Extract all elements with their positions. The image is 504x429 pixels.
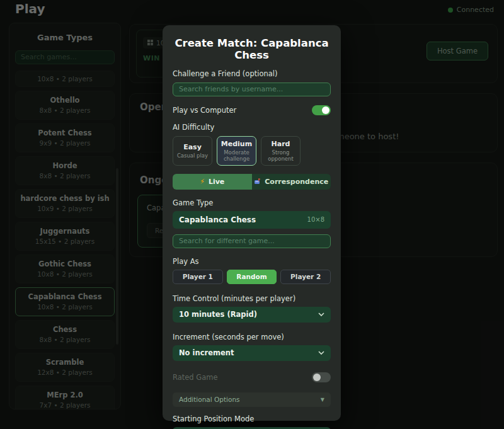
lightning-icon: ⚡: [200, 178, 205, 186]
difficulty-desc: Moderate challenge: [219, 149, 254, 162]
challenge-friend-label: Challenge a Friend (optional): [173, 69, 331, 78]
increment-label: Increment (seconds per move): [173, 333, 331, 341]
create-match-modal: Create Match: Capablanca Chess Challenge…: [163, 25, 341, 421]
increment-select[interactable]: No increment: [173, 345, 331, 361]
difficulty-group: Easy Casual play Medium Moderate challen…: [173, 136, 331, 166]
mode-tabbar: ⚡ Live Correspondence: [173, 174, 331, 190]
different-game-search-input[interactable]: [173, 234, 331, 248]
difficulty-desc: Strong opponent: [263, 149, 298, 162]
difficulty-hard-button[interactable]: Hard Strong opponent: [261, 136, 301, 166]
difficulty-easy-button[interactable]: Easy Casual play: [173, 136, 212, 166]
chevron-down-icon: [318, 312, 324, 316]
additional-options-expander[interactable]: Additional Options ▼: [173, 392, 331, 407]
play-as-player1-button[interactable]: Player 1: [173, 270, 223, 284]
tab-live[interactable]: ⚡ Live: [173, 174, 252, 190]
mailbox-icon: [254, 178, 261, 185]
selected-game-size: 10×8: [307, 216, 324, 223]
toggle-knob: [322, 106, 329, 114]
play-as-group: Player 1 Random Player 2: [173, 270, 331, 284]
difficulty-name: Medium: [221, 140, 252, 148]
play-as-label: Play As: [173, 257, 331, 266]
play-vs-computer-toggle[interactable]: [312, 105, 331, 115]
tab-live-label: Live: [209, 178, 224, 186]
tab-correspondence[interactable]: Correspondence: [252, 174, 331, 190]
ai-difficulty-label: AI Difficulty: [173, 123, 331, 132]
rated-game-label: Rated Game: [173, 373, 218, 382]
triangle-down-icon: ▼: [321, 397, 324, 403]
difficulty-desc: Casual play: [177, 152, 208, 159]
play-as-player2-button[interactable]: Player 2: [280, 270, 331, 284]
modal-title: Create Match: Capablanca Chess: [173, 37, 331, 61]
difficulty-medium-button[interactable]: Medium Moderate challenge: [217, 136, 256, 166]
time-control-select[interactable]: 10 minutes (Rapid): [173, 307, 331, 323]
selected-game-card[interactable]: Capablanca Chess 10×8: [173, 211, 331, 229]
play-as-random-button[interactable]: Random: [227, 270, 277, 284]
tab-correspondence-label: Correspondence: [265, 178, 328, 186]
chevron-down-icon: [318, 351, 324, 355]
difficulty-name: Hard: [272, 140, 290, 148]
time-control-value: 10 minutes (Rapid): [179, 310, 257, 319]
toggle-knob: [313, 374, 321, 381]
time-control-label: Time Control (minutes per player): [173, 294, 331, 303]
rated-game-toggle[interactable]: [312, 372, 331, 382]
play-vs-computer-label: Play vs Computer: [173, 106, 236, 115]
selected-game-name: Capablanca Chess: [179, 215, 256, 224]
additional-options-label: Additional Options: [179, 396, 240, 403]
game-type-label: Game Type: [173, 198, 331, 207]
starting-position-label: Starting Position Mode: [173, 415, 331, 423]
increment-value: No increment: [179, 348, 234, 357]
difficulty-name: Easy: [183, 143, 202, 151]
friend-search-input[interactable]: [173, 83, 331, 96]
